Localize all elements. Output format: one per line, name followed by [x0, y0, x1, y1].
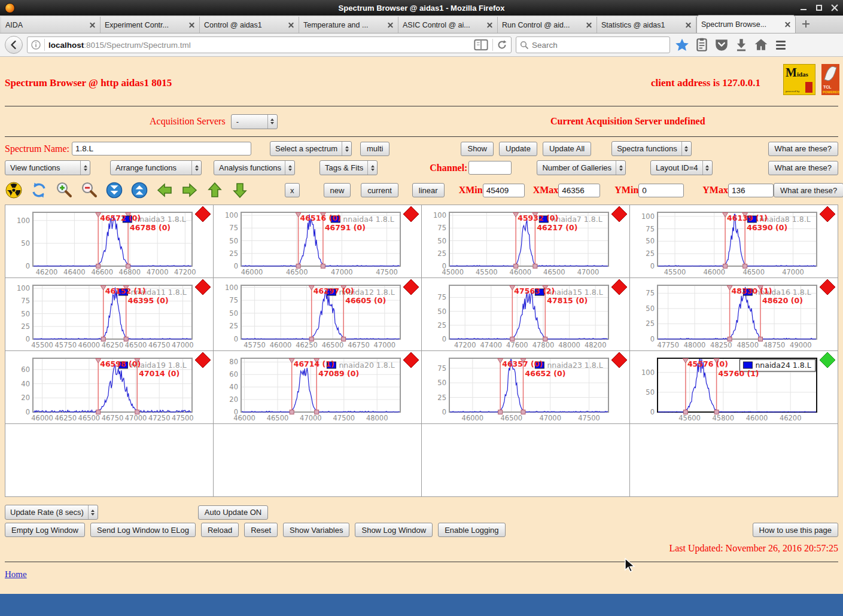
maximize-icon[interactable] — [815, 4, 823, 11]
url-text[interactable]: localhost:8015/Spectrum/Spectrum.tml — [48, 41, 470, 50]
spectrum-cell-nnaida8[interactable]: 025507510045500460004650047000nnaida8 1.… — [630, 205, 838, 277]
pocket-icon[interactable] — [714, 37, 729, 53]
refresh-icon[interactable] — [30, 181, 48, 199]
tab-close-icon[interactable] — [288, 22, 294, 28]
spectrum-cell-nnaida19[interactable]: 0204060460004625046500467504700047250475… — [5, 351, 213, 423]
pan-right-icon[interactable] — [181, 181, 199, 199]
tab-close-icon[interactable] — [387, 22, 394, 28]
search-field[interactable] — [516, 36, 670, 53]
x-button[interactable]: x — [285, 183, 300, 197]
minimize-icon[interactable] — [800, 4, 807, 11]
tab-close-icon[interactable] — [784, 21, 791, 28]
url-bar[interactable]: localhost:8015/Spectrum/Spectrum.tml — [27, 36, 512, 53]
spectrum-cell-nnaida16[interactable]: 0255075477504800048250485004875049000nna… — [630, 278, 838, 350]
zoom-in-icon[interactable] — [55, 181, 73, 199]
expand-vertical-icon[interactable] — [130, 181, 148, 199]
spectrum-plot-1[interactable]: 025507510046000465004700047500nnaida4 1.… — [214, 205, 421, 277]
update-rate-dropdown[interactable]: Update Rate (8 secs) — [5, 505, 98, 520]
channel-input[interactable] — [468, 161, 512, 175]
marker-handle-bottom[interactable] — [101, 337, 105, 341]
spectrum-plot-5[interactable]: 0255075100457504600046250465004675047000… — [214, 278, 421, 350]
pan-down-icon[interactable] — [231, 181, 249, 199]
show-log-window-button[interactable]: Show Log Window — [355, 523, 433, 537]
tab-asic-control-ai-[interactable]: ASIC Control @ ai... — [398, 17, 498, 33]
enable-logging-button[interactable]: Enable Logging — [438, 523, 505, 537]
spectrum-cell-nnaida7[interactable]: 02550751004500045500460004650047000nnaid… — [422, 205, 629, 277]
how-to-use-button[interactable]: How to use this page — [753, 523, 838, 537]
spectrum-cell-nnaida23[interactable]: 025507546000465004700047500nnaida23 1.8.… — [422, 351, 629, 423]
ymax-input[interactable] — [728, 184, 774, 197]
close-icon[interactable] — [831, 4, 838, 11]
home-link[interactable]: Home — [5, 569, 27, 580]
spectrum-plot-2[interactable]: 02550751004500045500460004650047000nnaid… — [422, 205, 629, 277]
show-variables-button[interactable]: Show Variables — [283, 523, 349, 537]
marker-handle-bottom[interactable] — [543, 337, 547, 341]
home-icon[interactable] — [753, 37, 769, 53]
marker-handle-bottom[interactable] — [510, 337, 515, 341]
tab-experiment-contr-[interactable]: Experiment Contr... — [101, 17, 200, 33]
tab-aida[interactable]: AIDA — [1, 17, 101, 33]
marker-handle-bottom[interactable] — [290, 410, 294, 414]
radiation-icon[interactable] — [5, 181, 23, 199]
search-input[interactable] — [532, 41, 666, 50]
tab-temperature-and-[interactable]: Temperature and ... — [299, 17, 398, 33]
bookmarks-list-icon[interactable] — [694, 37, 710, 53]
show-button[interactable]: Show — [461, 142, 494, 156]
analysis-functions-dropdown[interactable]: Analysis functions — [214, 160, 295, 175]
spectrum-plot-3[interactable]: 025507510045500460004650047000nnaida8 1.… — [630, 205, 838, 277]
new-button[interactable]: new — [324, 183, 351, 197]
marker-handle-bottom[interactable] — [514, 264, 518, 269]
marker-handle-bottom[interactable] — [96, 264, 101, 269]
spectrum-cell-nnaida12[interactable]: 0255075100457504600046250465004675047000… — [214, 278, 421, 350]
download-icon[interactable] — [734, 37, 749, 53]
pan-left-icon[interactable] — [156, 181, 174, 199]
tab-run-control-aid-[interactable]: Run Control @ aid... — [498, 17, 597, 33]
send-log-to-elog-button[interactable]: Send Log Window to ELog — [90, 523, 196, 537]
spectrum-name-input[interactable] — [72, 142, 251, 155]
arrange-functions-dropdown[interactable]: Arrange functions — [110, 160, 202, 175]
marker-handle-bottom[interactable] — [683, 410, 687, 414]
spectrum-plot-6[interactable]: 0255075472004740047600478004800048200nna… — [422, 278, 629, 350]
auto-update-button[interactable]: Auto Update ON — [198, 505, 268, 520]
marker-handle-bottom[interactable] — [309, 337, 314, 341]
update-button[interactable]: Update — [499, 142, 537, 156]
xmax-input[interactable] — [558, 184, 600, 197]
spectra-functions-dropdown[interactable]: Spectra functions — [611, 141, 691, 156]
zoom-out-icon[interactable] — [80, 181, 98, 199]
number-of-galleries-dropdown[interactable]: Number of Galleries — [537, 160, 626, 175]
spectrum-plot-10[interactable]: 025507546000465004700047500nnaida23 1.8.… — [422, 351, 629, 423]
spectrum-plot-8[interactable]: 0204060460004625046500467504700047250475… — [5, 351, 213, 423]
spectrum-plot-9[interactable]: 0204060804600046500470004750048000nnaida… — [214, 351, 421, 423]
what-are-these-button-3[interactable]: What are these? — [774, 183, 843, 197]
multi-button[interactable]: multi — [360, 142, 389, 156]
xmin-input[interactable] — [483, 184, 525, 197]
spectrum-plot-0[interactable]: 050100462004640046600468004700047200nnai… — [5, 205, 213, 277]
reload-button[interactable]: Reload — [201, 523, 239, 537]
marker-handle-bottom[interactable] — [728, 337, 732, 341]
update-all-button[interactable]: Update All — [543, 142, 591, 156]
spectrum-cell-nnaida20[interactable]: 0204060804600046500470004750048000nnaida… — [214, 351, 421, 423]
marker-handle-bottom[interactable] — [96, 410, 101, 414]
compress-vertical-icon[interactable] — [105, 181, 123, 199]
spectrum-plot-7[interactable]: 0255075477504800048250485004875049000nna… — [630, 278, 838, 350]
spectrum-plot-11[interactable]: 05010045600458004600046200nnaida24 1.8.L… — [630, 351, 838, 423]
layout-id-dropdown[interactable]: Layout ID=4 — [650, 160, 712, 175]
current-button[interactable]: current — [361, 183, 398, 197]
marker-handle-bottom[interactable] — [315, 410, 319, 414]
marker-handle-bottom[interactable] — [533, 264, 537, 269]
select-spectrum-dropdown[interactable]: Select a spectrum — [270, 141, 352, 156]
marker-handle-bottom[interactable] — [743, 264, 747, 269]
tab-close-icon[interactable] — [89, 22, 96, 28]
tab-spectrum-browse-[interactable]: Spectrum Browse... — [696, 15, 796, 33]
marker-handle-bottom[interactable] — [124, 337, 128, 341]
reader-mode-icon[interactable] — [473, 37, 489, 53]
pan-up-icon[interactable] — [206, 181, 224, 199]
menu-icon[interactable] — [773, 37, 789, 53]
marker-handle-bottom[interactable] — [126, 264, 130, 269]
spectrum-cell-nnaida3[interactable]: 050100462004640046600468004700047200nnai… — [5, 205, 213, 277]
tab-close-icon[interactable] — [586, 22, 592, 28]
linear-button[interactable]: linear — [412, 183, 445, 197]
marker-handle-bottom[interactable] — [714, 410, 719, 414]
tab-close-icon[interactable] — [685, 22, 692, 28]
what-are-these-button-1[interactable]: What are these? — [768, 142, 838, 156]
